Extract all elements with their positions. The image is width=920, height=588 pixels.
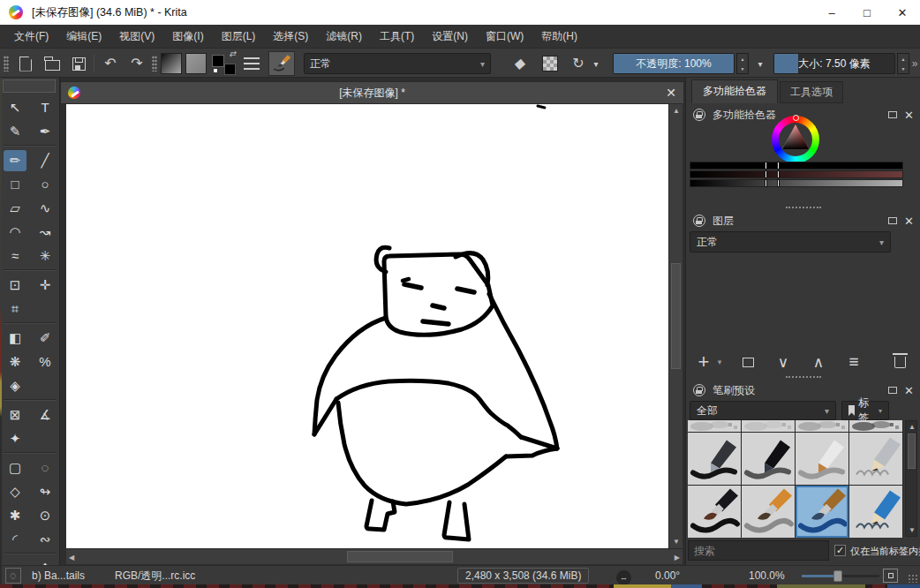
pattern-edit-tool[interactable]: ❋: [4, 351, 26, 373]
slider-handle[interactable]: [765, 162, 767, 170]
transform-tool[interactable]: ⊡: [4, 275, 26, 296]
bezier-curve-tool[interactable]: ◠: [4, 222, 26, 243]
ellipse-tool[interactable]: ○: [34, 174, 57, 195]
maximize-button[interactable]: □: [849, 0, 885, 25]
tag-button[interactable]: 标签 ▾: [841, 401, 889, 420]
reference-images-tool[interactable]: ✦: [4, 428, 26, 449]
brush-preset-tile[interactable]: [796, 420, 848, 432]
canvas-vertical-scrollbar[interactable]: ▲ ▼: [668, 104, 682, 548]
docker-resize-handle[interactable]: [786, 207, 821, 208]
close-docker-icon[interactable]: ✕: [904, 109, 914, 122]
brush-editor-button[interactable]: [268, 51, 295, 76]
spin-up-icon[interactable]: ▲: [901, 57, 906, 62]
blend-mode-dropdown[interactable]: 正常 ▾: [304, 53, 491, 74]
rect-select-tool[interactable]: ▢: [4, 457, 26, 479]
polyline-tool[interactable]: ∿: [34, 198, 57, 219]
minimize-button[interactable]: –: [814, 0, 849, 25]
close-docker-icon[interactable]: ✕: [904, 384, 914, 397]
magnetic-select-tool[interactable]: ∾: [34, 529, 57, 550]
float-docker-icon[interactable]: [888, 111, 897, 118]
docker-lock-icon[interactable]: [693, 215, 705, 227]
canvas-horizontal-scrollbar[interactable]: ◀ ▶: [66, 548, 682, 564]
zoom-percentage[interactable]: 100.0%: [749, 566, 785, 585]
tab-tool-options[interactable]: 工具选项: [780, 81, 843, 103]
redo-button[interactable]: ↷: [125, 52, 148, 75]
float-docker-icon[interactable]: [888, 387, 897, 394]
swap-colors-icon[interactable]: ⇄: [229, 49, 236, 58]
search-in-tag-checkbox[interactable]: ✓: [834, 545, 846, 556]
menu-item[interactable]: 图像(I): [163, 29, 212, 44]
new-document-button[interactable]: [14, 52, 37, 75]
move-layer-up-button[interactable]: ∧: [806, 350, 831, 374]
menu-item[interactable]: 视图(V): [110, 29, 163, 44]
size-spinner[interactable]: ▲▼: [897, 53, 909, 74]
crop-tool[interactable]: ⌗: [4, 298, 26, 320]
preset-scroll-thumb[interactable]: [908, 433, 916, 469]
close-docker-icon[interactable]: ✕: [904, 215, 914, 228]
fill-tool[interactable]: ◈: [4, 375, 26, 396]
similar-select-tool[interactable]: ✱: [4, 505, 26, 526]
canvas-subwindow-titlebar[interactable]: [未保存图像] * ✕: [60, 81, 684, 104]
hsv-triangle[interactable]: [772, 116, 819, 163]
layer-blend-mode-dropdown[interactable]: 正常 ▾: [690, 231, 891, 253]
preserve-alpha-button[interactable]: [539, 52, 562, 75]
menu-item[interactable]: 滤镜(R): [317, 29, 371, 44]
docker-lock-icon[interactable]: [693, 384, 705, 396]
menu-item[interactable]: 帮助(H): [532, 29, 586, 44]
edit-shapes-tool[interactable]: ✎: [4, 121, 26, 142]
scroll-down-icon[interactable]: ▼: [909, 526, 916, 534]
spin-down-icon[interactable]: ▼: [901, 66, 906, 72]
polygon-select-tool[interactable]: ◇: [4, 481, 26, 502]
toolbar-overflow-button[interactable]: »: [909, 52, 920, 75]
layers-docker-header[interactable]: 图层 ✕: [693, 212, 914, 230]
preset-filter-dropdown[interactable]: 全部 ▾: [690, 401, 836, 420]
brush-preset-tile[interactable]: [849, 486, 902, 538]
brush-preset-tile[interactable]: [742, 433, 795, 485]
slider-handle[interactable]: [777, 170, 780, 178]
add-layer-caret[interactable]: ▾: [714, 350, 725, 374]
gradient-tool[interactable]: ◧: [4, 328, 26, 349]
menu-item[interactable]: 窗口(W): [477, 29, 532, 44]
float-docker-icon[interactable]: [888, 217, 897, 224]
background-color-swatch[interactable]: [224, 64, 236, 75]
color-profile-label[interactable]: RGB/透明...rc.icc: [115, 566, 195, 585]
color-slider-saturation[interactable]: [690, 170, 903, 178]
layer-properties-button[interactable]: ≡: [841, 350, 866, 374]
menu-item[interactable]: 工具(T): [371, 29, 423, 44]
color-slider-value[interactable]: [690, 179, 903, 187]
brush-preset-tile[interactable]: [742, 420, 795, 432]
undo-button[interactable]: ↶: [99, 52, 122, 75]
open-document-button[interactable]: [41, 52, 64, 75]
eraser-mode-button[interactable]: ◆: [507, 52, 533, 75]
scroll-down-icon[interactable]: ▼: [673, 538, 680, 546]
spin-down-icon[interactable]: ▼: [741, 66, 745, 72]
menu-item[interactable]: 图层(L): [213, 29, 265, 44]
docker-resize-handle[interactable]: [786, 376, 821, 378]
ellipse-select-tool[interactable]: ◌: [34, 457, 57, 479]
hue-handle[interactable]: [793, 115, 799, 121]
line-tool[interactable]: ╱: [34, 150, 57, 171]
brush-preset-tile[interactable]: [688, 433, 741, 485]
brush-preset-tile[interactable]: [849, 420, 902, 432]
brush-size-slider[interactable]: 大小: 7.50 像素: [773, 53, 895, 74]
color-wheel[interactable]: [772, 116, 819, 163]
slider-handle[interactable]: [765, 179, 767, 187]
reload-preset-button[interactable]: ↻: [569, 52, 588, 75]
delete-layer-button[interactable]: [887, 348, 912, 373]
move-layer-down-button[interactable]: ∨: [771, 350, 796, 374]
gradient-swatch-button[interactable]: [161, 53, 182, 74]
zoom-slider-handle[interactable]: [833, 570, 842, 582]
selection-indicator-icon[interactable]: ◌: [5, 568, 21, 584]
scroll-left-icon[interactable]: ◀: [69, 554, 74, 562]
pattern-swatch-button[interactable]: [185, 53, 207, 74]
preset-scrollbar[interactable]: ▲ ▼: [905, 420, 917, 537]
multibrush-tool[interactable]: ✳: [34, 245, 57, 267]
enclose-fill-tool[interactable]: ⊠: [4, 404, 26, 426]
opacity-slider[interactable]: 不透明度: 100%: [613, 53, 735, 74]
slider-handle[interactable]: [765, 170, 767, 178]
freehand-select-tool[interactable]: ↬: [34, 481, 57, 502]
current-brush-name[interactable]: b) Ba...tails: [32, 566, 85, 585]
smart-patch-tool[interactable]: %: [34, 351, 57, 373]
brush-preset-tile-selected[interactable]: [796, 486, 848, 538]
presets-docker-header[interactable]: 笔刷预设 ✕: [693, 381, 914, 399]
